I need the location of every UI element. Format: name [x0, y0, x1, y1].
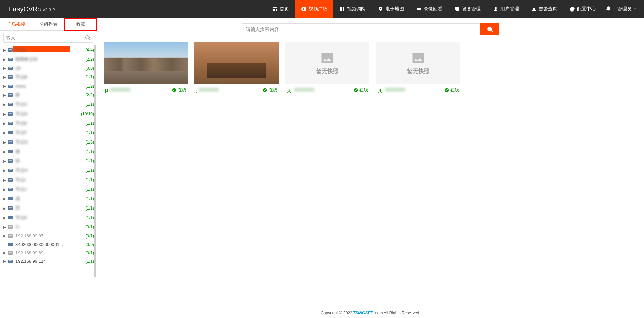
nav-item-gear[interactable]: 配置中心	[564, 0, 602, 18]
nav-item-play[interactable]: 视频广场	[295, 0, 333, 18]
nav-label: 用户管理	[500, 6, 519, 12]
nav-label: 设备管理	[462, 6, 481, 12]
dashboard-icon	[272, 6, 278, 12]
nav-item-user[interactable]: 用户管理	[487, 0, 525, 18]
nav-item-grid[interactable]: 视频调阅	[333, 0, 372, 18]
nav-label: 电子地图	[385, 6, 404, 12]
grid-icon	[339, 6, 345, 12]
header: EasyCVR ® v2.3.2 首页视频广场视频调阅电子地图录像回看设备管理用…	[0, 0, 644, 18]
nav-item-dashboard[interactable]: 首页	[266, 0, 295, 18]
nav-item-alarm[interactable]: 告警查询	[525, 0, 564, 18]
video-icon	[416, 6, 422, 12]
alarm-icon	[531, 6, 537, 12]
device-icon	[455, 6, 460, 12]
play-icon	[301, 6, 307, 12]
map-icon	[378, 6, 383, 12]
gear-icon	[570, 6, 575, 12]
nav-label: 首页	[280, 6, 289, 12]
logo: EasyCVR ® v2.3.2	[8, 5, 55, 13]
nav-label: 视频广场	[309, 6, 327, 12]
admin-label: 管理员	[617, 6, 632, 12]
nav-label: 配置中心	[577, 6, 596, 12]
nav-item-device[interactable]: 设备管理	[449, 0, 487, 18]
logo-reg: ®	[38, 8, 41, 12]
user-icon	[493, 6, 498, 12]
nav-label: 视频调阅	[347, 6, 366, 12]
nav-item-map[interactable]: 电子地图	[372, 0, 410, 18]
nav-label: 录像回看	[424, 6, 442, 12]
admin-menu[interactable]: 管理员	[617, 6, 637, 12]
nav-item-video[interactable]: 录像回看	[410, 0, 449, 18]
chevron-down-icon	[633, 7, 637, 11]
logo-version: v2.3.2	[43, 7, 55, 12]
nav-label: 告警查询	[539, 6, 558, 12]
bell-icon[interactable]	[605, 6, 611, 13]
logo-text: EasyCVR	[8, 5, 38, 13]
